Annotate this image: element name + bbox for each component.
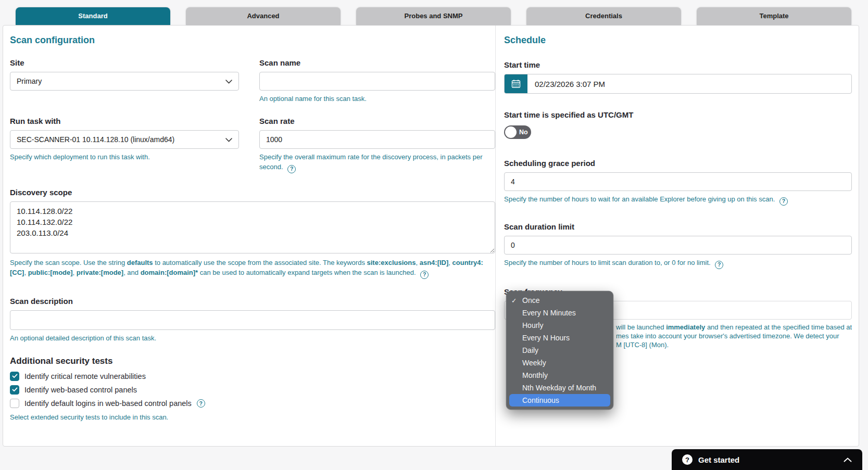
- checkbox-checked-icon[interactable]: [10, 385, 19, 395]
- start-time-picker[interactable]: 02/23/2026 3:07 PM: [504, 74, 852, 94]
- run-task-select[interactable]: SEC-SCANNER-01 10.114.128.10 (linux/amd6…: [10, 130, 239, 149]
- security-option-identify-web-based-control-panels[interactable]: Identify web-based control panels: [10, 385, 495, 395]
- calendar-icon[interactable]: [505, 74, 527, 93]
- frequency-option-label: Monthly: [522, 371, 548, 379]
- schedule-heading: Schedule: [504, 35, 852, 46]
- duration-limit-input[interactable]: [504, 236, 852, 255]
- scan-description-label: Scan description: [10, 297, 495, 306]
- site-select-value: Primary: [17, 77, 42, 85]
- frequency-option-daily[interactable]: Daily: [509, 344, 610, 357]
- run-task-field-group: Run task with SEC-SCANNER-01 10.114.128.…: [10, 117, 239, 173]
- frequency-option-label: Every N Hours: [522, 334, 570, 342]
- scan-rate-input[interactable]: [259, 130, 495, 149]
- tab-credentials[interactable]: Credentials: [526, 7, 681, 25]
- run-task-helper: Specify which deployment to run this tas…: [10, 152, 239, 162]
- toggle-knob: [505, 126, 517, 138]
- checkbox-checked-icon[interactable]: [10, 372, 19, 381]
- frequency-option-continuous[interactable]: Continuous: [509, 394, 610, 407]
- scan-name-label: Scan name: [259, 58, 495, 67]
- scan-name-input[interactable]: [259, 72, 495, 91]
- scan-name-helper: An optional name for this scan task.: [259, 94, 495, 104]
- duration-limit-label: Scan duration limit: [504, 222, 852, 231]
- run-task-label: Run task with: [10, 117, 239, 125]
- scan-rate-field-group: Scan rate Specify the overall maximum ra…: [259, 117, 495, 173]
- security-tests-helper: Select extended security tests to includ…: [10, 412, 495, 423]
- frequency-option-label: Weekly: [522, 359, 546, 367]
- security-options: Identify critical remote vulnerabilities…: [10, 372, 495, 408]
- frequency-option-label: Daily: [522, 346, 538, 354]
- chevron-down-icon: [225, 135, 232, 144]
- start-time-value: 02/23/2026 3:07 PM: [527, 80, 605, 88]
- checkbox-unchecked-icon[interactable]: [10, 399, 19, 408]
- frequency-option-label: Nth Weekday of Month: [522, 384, 596, 392]
- tab-probes-and-snmp[interactable]: Probes and SNMP: [356, 7, 511, 25]
- discovery-scope-helper: Specify the scan scope. Use the string d…: [10, 258, 495, 279]
- discovery-scope-textarea[interactable]: 10.114.128.0/22 10.114.132.0/22 203.0.11…: [10, 201, 495, 253]
- utc-toggle-value: No: [519, 129, 528, 136]
- frequency-option-label: Hourly: [522, 321, 543, 329]
- frequency-menu: ✓OnceEvery N MinutesHourlyEvery N HoursD…: [506, 291, 613, 410]
- get-started-button[interactable]: ? Get started: [672, 449, 862, 470]
- help-bubble-icon: ?: [682, 454, 693, 465]
- help-icon[interactable]: ?: [779, 197, 788, 206]
- security-option-identify-default-logins-in-web-based-control-panels[interactable]: Identify default logins in web-based con…: [10, 399, 495, 408]
- tab-advanced[interactable]: Advanced: [186, 7, 341, 25]
- scan-rate-label: Scan rate: [259, 117, 495, 125]
- grace-period-helper: Specify the number of hours to wait for …: [504, 194, 852, 206]
- scan-rate-helper: Specify the overall maximum rate for the…: [259, 152, 495, 173]
- site-select[interactable]: Primary: [10, 72, 239, 91]
- help-icon[interactable]: ?: [287, 165, 296, 173]
- frequency-option-nth-weekday-of-month[interactable]: Nth Weekday of Month: [509, 382, 610, 394]
- checkmark-icon: ✓: [511, 297, 522, 304]
- scan-description-helper: An optional detailed description of this…: [10, 333, 495, 344]
- scan-description-field-group: Scan description An optional detailed de…: [10, 297, 495, 344]
- scan-name-field-group: Scan name An optional name for this scan…: [259, 58, 495, 104]
- site-field-group: Site Primary: [10, 58, 239, 104]
- tab-bar: StandardAdvancedProbes and SNMPCredentia…: [16, 7, 851, 25]
- help-icon[interactable]: ?: [715, 261, 723, 269]
- scan-form-panel: Scan configuration Site Primary Scan nam…: [3, 25, 859, 447]
- help-icon[interactable]: ?: [197, 399, 205, 408]
- start-time-label: Start time: [504, 60, 852, 69]
- utc-label: Start time is specified as UTC/GMT: [504, 110, 852, 119]
- schedule-section: Schedule Start time 02/23/2026 3:07 PM S…: [496, 26, 860, 446]
- frequency-option-label: Every N Minutes: [522, 309, 576, 317]
- grace-period-input[interactable]: [504, 172, 852, 191]
- chevron-down-icon: [225, 77, 232, 85]
- frequency-option-label: Continuous: [522, 396, 559, 404]
- frequency-option-every-n-minutes[interactable]: Every N Minutes: [509, 307, 610, 319]
- frequency-option-monthly[interactable]: Monthly: [509, 369, 610, 382]
- scan-description-input[interactable]: [10, 310, 495, 330]
- frequency-option-every-n-hours[interactable]: Every N Hours: [509, 332, 610, 344]
- frequency-option-label: Once: [522, 296, 539, 304]
- help-icon[interactable]: ?: [420, 271, 429, 279]
- discovery-scope-field-group: Discovery scope 10.114.128.0/22 10.114.1…: [10, 188, 495, 279]
- tab-template[interactable]: Template: [697, 7, 851, 25]
- frequency-option-weekly[interactable]: Weekly: [509, 357, 610, 369]
- get-started-label: Get started: [698, 455, 739, 464]
- security-tests-section: Additional security tests Identify criti…: [10, 356, 495, 423]
- run-task-select-value: SEC-SCANNER-01 10.114.128.10 (linux/amd6…: [17, 135, 174, 144]
- utc-toggle[interactable]: No: [504, 125, 531, 139]
- tab-standard[interactable]: Standard: [16, 7, 170, 25]
- security-tests-heading: Additional security tests: [10, 356, 495, 366]
- frequency-option-once[interactable]: ✓Once: [509, 294, 610, 307]
- grace-period-label: Scheduling grace period: [504, 159, 852, 168]
- scan-configuration-section: Scan configuration Site Primary Scan nam…: [3, 26, 496, 446]
- chevron-up-icon[interactable]: [844, 458, 852, 462]
- frequency-option-hourly[interactable]: Hourly: [509, 319, 610, 332]
- scan-configuration-heading: Scan configuration: [10, 35, 495, 46]
- security-option-label: Identify web-based control panels: [24, 386, 137, 394]
- security-option-label: Identify critical remote vulnerabilities: [24, 372, 146, 380]
- discovery-scope-label: Discovery scope: [10, 188, 495, 197]
- security-option-label: Identify default logins in web-based con…: [24, 399, 192, 408]
- site-label: Site: [10, 58, 239, 67]
- security-option-identify-critical-remote-vulnerabilities[interactable]: Identify critical remote vulnerabilities: [10, 372, 495, 381]
- duration-limit-helper: Specify the number of hours to limit sca…: [504, 258, 852, 269]
